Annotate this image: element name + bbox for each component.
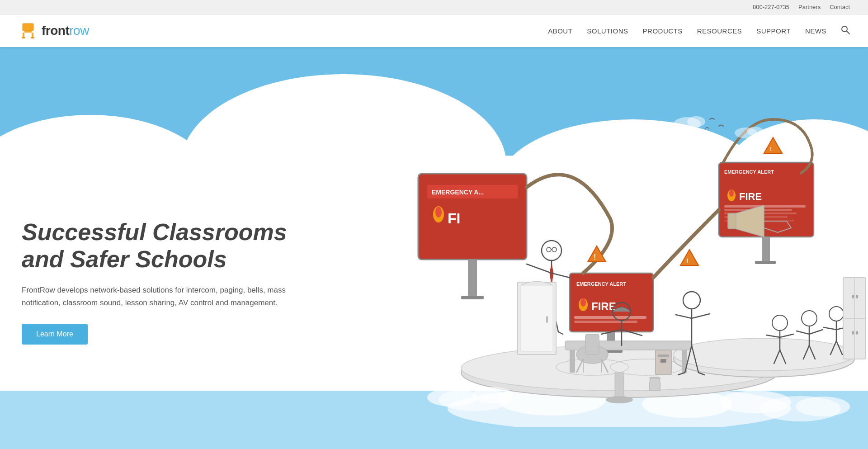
hero-description: FrontRow develops network-based solution… [22,284,302,309]
contact-link[interactable]: Contact [830,4,850,10]
hero-content: Successful Classrooms and Safer Schools … [22,219,329,345]
svg-rect-48 [574,321,637,323]
svg-point-26 [674,338,854,371]
svg-rect-96 [856,331,858,335]
svg-text:!: ! [686,257,689,265]
svg-rect-95 [852,331,854,335]
svg-rect-84 [658,354,669,357]
logo-icon [18,21,38,41]
svg-point-79 [552,247,557,252]
svg-rect-69 [570,350,575,373]
main-navigation: frontrow ABOUT SOLUTIONS PRODUCTS RESOUR… [0,14,868,47]
svg-rect-70 [682,350,687,373]
nav-resources[interactable]: RESOURCES [697,27,742,35]
svg-rect-0 [23,24,33,31]
search-icon[interactable] [841,25,850,37]
nav-links: ABOUT SOLUTIONS PRODUCTS RESOURCES SUPPO… [548,25,850,37]
svg-text:EMERGENCY ALERT: EMERGENCY ALERT [576,281,626,287]
svg-point-89 [829,307,844,321]
svg-point-82 [683,292,700,309]
svg-text:!: ! [594,253,596,261]
svg-text:FIRE: FIRE [739,191,762,202]
hero-illustration: EMERGENCY A... FI EMERGENCY ALERT FIRE E… [393,83,868,427]
svg-point-45 [580,298,586,307]
nav-support[interactable]: SUPPORT [756,27,791,35]
svg-rect-51 [762,237,770,262]
svg-point-87 [772,315,788,331]
svg-point-78 [547,247,551,252]
nav-about[interactable]: ABOUT [548,27,572,35]
svg-text:EMERGENCY ALERT: EMERGENCY ALERT [724,169,774,175]
svg-point-103 [687,116,705,127]
phone-number: 800-227-0735 [753,4,789,10]
svg-rect-4 [22,37,25,38]
svg-rect-85 [660,359,666,363]
svg-point-101 [796,397,850,416]
hero-section: Successful Classrooms and Safer Schools … [0,47,868,449]
svg-rect-5 [31,37,34,38]
svg-rect-57 [724,205,806,208]
svg-point-55 [729,189,734,197]
svg-point-37 [435,207,442,217]
svg-rect-52 [755,261,776,264]
utility-bar: 800-227-0735 Partners Contact [0,0,868,14]
svg-text:EMERGENCY A...: EMERGENCY A... [432,189,484,196]
nav-news[interactable]: NEWS [805,27,826,35]
nav-solutions[interactable]: SOLUTIONS [587,27,628,35]
svg-point-28 [606,396,633,403]
partners-link[interactable]: Partners [798,4,821,10]
svg-rect-72 [585,334,599,354]
svg-rect-94 [856,295,858,298]
svg-point-99 [472,387,513,403]
svg-point-88 [802,311,817,326]
svg-text:FI: FI [448,210,460,227]
svg-line-7 [847,31,849,34]
nav-products[interactable]: PRODUCTS [643,27,683,35]
svg-rect-110 [546,316,548,323]
svg-marker-64 [680,250,698,265]
svg-rect-47 [574,316,646,319]
logo[interactable]: frontrow [18,21,89,41]
svg-point-98 [427,388,477,406]
svg-rect-27 [615,373,624,400]
svg-point-105 [747,127,763,136]
logo-text: frontrow [42,24,89,38]
hero-title: Successful Classrooms and Safer Schools [22,219,329,273]
svg-point-6 [842,26,847,32]
svg-rect-33 [461,296,484,299]
svg-rect-1 [24,31,32,33]
svg-rect-93 [852,295,854,298]
svg-point-77 [542,241,561,260]
svg-rect-107 [728,213,736,229]
svg-rect-109 [521,285,553,351]
svg-rect-32 [468,260,477,296]
svg-marker-66 [764,137,782,153]
svg-point-106 [637,132,656,142]
learn-more-button[interactable]: Learn More [22,324,88,345]
svg-text:!: ! [770,146,772,152]
